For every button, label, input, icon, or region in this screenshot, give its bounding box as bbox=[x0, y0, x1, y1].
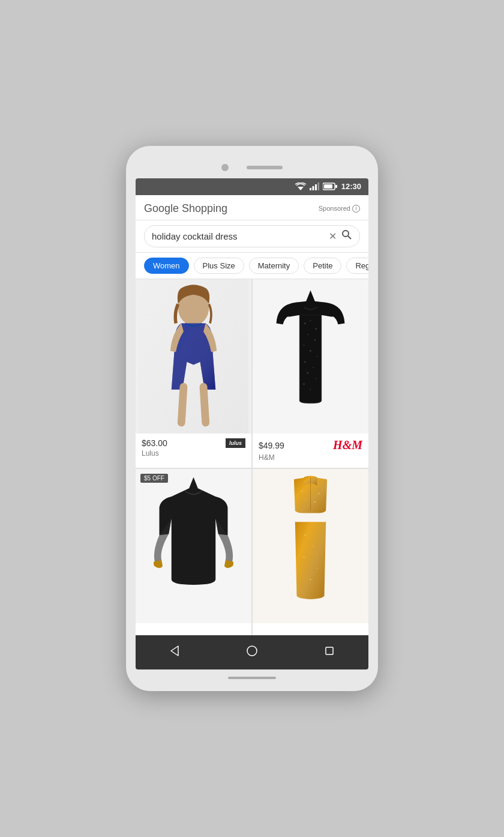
discount-badge: $5 OFF bbox=[140, 474, 168, 483]
sponsored-label: Sponsored i bbox=[319, 205, 360, 213]
app-title: Google Shopping bbox=[144, 202, 227, 215]
svg-line-9 bbox=[348, 236, 351, 239]
svg-point-26 bbox=[310, 389, 311, 390]
product-image-hm bbox=[253, 279, 368, 434]
svg-point-24 bbox=[316, 378, 317, 379]
recents-button[interactable] bbox=[311, 642, 347, 662]
search-submit-button[interactable] bbox=[341, 229, 352, 243]
phone-bottom bbox=[136, 677, 368, 679]
product-image-lulus bbox=[136, 279, 251, 434]
svg-point-23 bbox=[307, 372, 309, 374]
svg-rect-4 bbox=[317, 183, 319, 190]
product-card-hm[interactable]: $49.99 H&M H&M bbox=[253, 279, 368, 468]
product-info-hm: $49.99 H&M H&M bbox=[253, 434, 368, 468]
wifi-icon bbox=[295, 183, 306, 190]
search-bar: holiday cocktail dress ✕ bbox=[136, 220, 368, 253]
home-indicator bbox=[228, 677, 276, 679]
svg-point-21 bbox=[304, 361, 306, 363]
filter-chip-women[interactable]: Women bbox=[144, 258, 189, 274]
product-price-hm: $49.99 bbox=[259, 441, 284, 450]
product-card-gold[interactable] bbox=[253, 469, 368, 635]
svg-point-19 bbox=[310, 350, 311, 352]
signal-icon bbox=[310, 183, 319, 190]
svg-point-29 bbox=[301, 490, 303, 492]
svg-point-38 bbox=[310, 578, 311, 580]
svg-point-18 bbox=[304, 345, 305, 346]
svg-point-25 bbox=[303, 383, 305, 385]
phone-mockup: 12:30 Google Shopping Sponsored i holida… bbox=[126, 146, 378, 692]
filter-chip-petite[interactable]: Petite bbox=[304, 258, 341, 274]
status-bar: 12:30 bbox=[136, 178, 368, 195]
filter-chip-regular[interactable]: Regular bbox=[346, 258, 368, 274]
product-store-hm: H&M bbox=[259, 453, 362, 462]
svg-rect-6 bbox=[324, 184, 332, 189]
lulus-logo: lulus bbox=[226, 438, 245, 448]
back-button[interactable] bbox=[157, 642, 193, 662]
svg-point-20 bbox=[317, 355, 318, 357]
svg-rect-39 bbox=[295, 513, 326, 522]
info-icon: i bbox=[352, 205, 360, 213]
product-info-sheer bbox=[136, 623, 251, 635]
product-info-lulus: $63.00 lulus Lulus bbox=[136, 434, 251, 464]
filter-chip-plus-size[interactable]: Plus Size bbox=[194, 258, 244, 274]
home-button[interactable] bbox=[234, 642, 270, 662]
svg-point-14 bbox=[310, 320, 311, 321]
search-query-text: holiday cocktail dress bbox=[152, 231, 324, 241]
battery-icon bbox=[323, 183, 338, 190]
filter-chips-row: Women Plus Size Maternity Petite Regular bbox=[136, 253, 368, 279]
svg-point-8 bbox=[343, 231, 349, 237]
svg-marker-0 bbox=[298, 187, 304, 190]
product-card-lulus[interactable]: $63.00 lulus Lulus bbox=[136, 279, 251, 468]
filter-chip-maternity[interactable]: Maternity bbox=[249, 258, 299, 274]
svg-point-15 bbox=[315, 328, 317, 330]
svg-rect-1 bbox=[310, 188, 311, 190]
product-card-sheer[interactable]: $5 OFF bbox=[136, 469, 251, 635]
svg-point-37 bbox=[317, 568, 318, 569]
svg-point-34 bbox=[304, 534, 306, 536]
phone-speaker bbox=[247, 166, 283, 169]
phone-camera bbox=[221, 164, 229, 171]
android-nav-bar bbox=[136, 635, 368, 669]
svg-point-35 bbox=[313, 546, 314, 547]
svg-point-31 bbox=[318, 493, 320, 495]
svg-point-13 bbox=[304, 322, 306, 324]
phone-top-decorations bbox=[136, 164, 368, 171]
products-grid: $63.00 lulus Lulus bbox=[136, 279, 368, 636]
product-image-sheer: $5 OFF bbox=[136, 469, 251, 623]
svg-point-33 bbox=[314, 501, 316, 503]
svg-point-17 bbox=[314, 339, 316, 340]
product-store-lulus: Lulus bbox=[142, 449, 245, 458]
hm-logo: H&M bbox=[333, 438, 362, 452]
svg-point-16 bbox=[307, 334, 308, 335]
product-image-gold bbox=[253, 469, 368, 623]
phone-screen: 12:30 Google Shopping Sponsored i holida… bbox=[136, 178, 368, 670]
svg-rect-7 bbox=[335, 185, 337, 188]
svg-rect-2 bbox=[312, 186, 314, 190]
svg-marker-41 bbox=[171, 646, 178, 656]
svg-point-22 bbox=[313, 367, 314, 368]
svg-point-32 bbox=[305, 499, 307, 500]
svg-point-36 bbox=[303, 557, 305, 558]
search-icon bbox=[341, 229, 352, 240]
product-price-lulus: $63.00 bbox=[142, 438, 167, 448]
svg-rect-3 bbox=[315, 184, 317, 190]
svg-rect-43 bbox=[326, 647, 333, 654]
svg-point-42 bbox=[247, 646, 257, 656]
product-info-gold bbox=[253, 623, 368, 635]
app-header: Google Shopping Sponsored i bbox=[136, 195, 368, 220]
clear-search-button[interactable]: ✕ bbox=[329, 231, 337, 242]
status-time: 12:30 bbox=[341, 182, 361, 191]
search-input-wrapper[interactable]: holiday cocktail dress ✕ bbox=[144, 225, 360, 247]
